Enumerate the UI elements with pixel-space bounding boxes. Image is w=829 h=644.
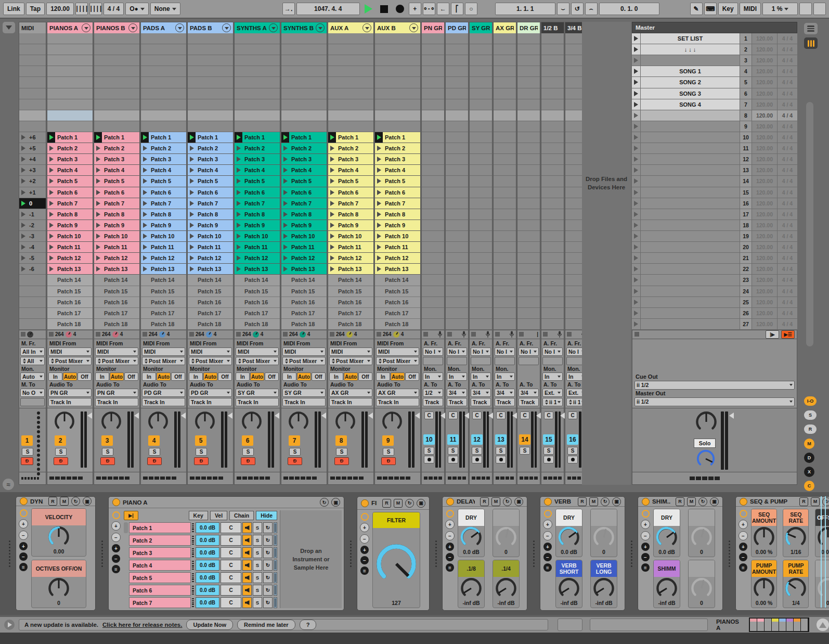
chain-row-4[interactable]: Patch 40.0 dBCS↻ <box>124 560 277 571</box>
empty-clip-slot[interactable] <box>541 132 564 143</box>
midi-to-select[interactable]: No O <box>20 389 45 397</box>
empty-clip-slot[interactable] <box>517 132 540 143</box>
clip-aux-b-7[interactable]: Patch 7 <box>375 198 420 209</box>
scene-time-signature[interactable]: 4 / 4 <box>778 253 797 263</box>
empty-clip-slot[interactable] <box>494 143 516 154</box>
macro-remove-icon[interactable]: − <box>360 534 369 544</box>
clip-pads-a-4[interactable]: Patch 4 <box>141 165 186 176</box>
empty-clip-slot[interactable] <box>541 154 564 165</box>
gray-clip-synths-a[interactable]: Patch 16 <box>235 297 280 308</box>
audio-to-select[interactable]: PN GR <box>48 389 92 397</box>
midi-map-button[interactable]: MIDI <box>740 3 761 15</box>
gray-clip-pianos-a[interactable]: Patch 14 <box>47 275 93 286</box>
clip-aux-b-6[interactable]: Patch 6 <box>375 187 420 198</box>
empty-clip-slot[interactable] <box>47 110 93 121</box>
clip-aux-a-11[interactable]: Patch 11 <box>328 242 373 253</box>
clip-play-icon[interactable] <box>281 242 289 252</box>
variation-add-icon[interactable]: + <box>641 543 650 551</box>
midi-channel-select[interactable]: Post Mixer <box>142 357 185 365</box>
monitor-off-button[interactable]: Off <box>218 372 232 381</box>
clip-play-icon[interactable] <box>328 220 336 230</box>
loop-button[interactable]: ↺ <box>571 3 584 15</box>
empty-clip-slot[interactable] <box>541 308 564 319</box>
empty-clip-slot[interactable] <box>19 319 46 330</box>
macro-map-button[interactable]: ▶| <box>124 511 138 520</box>
clip-play-icon[interactable] <box>235 231 242 241</box>
draw-mode-button[interactable]: ✎ <box>690 3 703 15</box>
empty-clip-slot[interactable] <box>375 44 420 55</box>
remind-later-button[interactable]: Remind me later <box>237 620 295 630</box>
empty-clip-slot[interactable] <box>470 121 492 132</box>
clip-stop-button[interactable] <box>96 332 100 337</box>
empty-clip-slot[interactable] <box>446 297 468 308</box>
midi-from-select[interactable]: MIDI <box>282 347 326 356</box>
empty-clip-slot[interactable] <box>517 308 540 319</box>
empty-clip-slot[interactable] <box>94 77 139 88</box>
track-header-pads-a[interactable]: PADS A <box>140 22 187 33</box>
key-map-button[interactable]: Key <box>718 3 738 15</box>
audio-to-select[interactable]: 1/2 <box>423 389 443 397</box>
scene-launch-button[interactable] <box>632 198 640 209</box>
device-activator[interactable] <box>112 498 120 506</box>
empty-clip-slot[interactable] <box>470 165 492 176</box>
clip-pads-a-10[interactable]: Patch 10 <box>141 231 186 242</box>
empty-clip-slot[interactable] <box>19 99 46 110</box>
volume-meter[interactable] <box>435 411 441 468</box>
clip-play-icon[interactable] <box>47 209 55 220</box>
empty-clip-slot[interactable] <box>141 55 186 66</box>
empty-clip-slot[interactable] <box>494 66 516 77</box>
empty-clip-slot[interactable] <box>281 44 327 55</box>
arm-button[interactable]: Đ <box>194 457 209 465</box>
clip-stop-button[interactable] <box>519 332 524 337</box>
monitor-select[interactable]: In <box>495 372 515 381</box>
macro-value[interactable]: 0.00 <box>54 548 64 556</box>
scene-row-19[interactable]: 19120.004 / 4 <box>632 231 797 242</box>
empty-clip-slot[interactable] <box>281 66 327 77</box>
macro-value[interactable]: 0.0 dB <box>658 549 675 557</box>
empty-clip-slot[interactable] <box>235 66 280 77</box>
clip-play-icon[interactable] <box>281 220 289 230</box>
device-header-piano-a[interactable]: PIANO A↻▣ <box>109 497 344 508</box>
empty-clip-slot[interactable] <box>188 33 233 44</box>
variation-remove-icon[interactable]: − <box>19 552 28 561</box>
chain-hot-swap-icon[interactable]: ↻ <box>263 547 273 558</box>
clip-pianos-b-12[interactable]: Patch 12 <box>94 253 139 264</box>
gray-clip-synths-a[interactable]: Patch 17 <box>235 308 280 319</box>
track-box[interactable]: Track <box>471 398 491 406</box>
empty-clip-slot[interactable] <box>141 121 186 132</box>
empty-clip-slot[interactable] <box>446 264 468 275</box>
midi-offset-slot[interactable]: -2 <box>19 220 46 231</box>
midi-offset-slot[interactable]: -4 <box>19 242 46 253</box>
chain-mute-button[interactable] <box>242 560 252 571</box>
play-button[interactable] <box>365 4 372 14</box>
empty-clip-slot[interactable] <box>422 66 444 77</box>
midi-channel-select[interactable]: Post Mixer <box>189 357 232 365</box>
empty-clip-slot[interactable] <box>281 99 327 110</box>
track-fold-button[interactable] <box>222 23 231 32</box>
chain-scrollbar[interactable] <box>124 522 128 533</box>
clip-synths-a-2[interactable]: Patch 2 <box>235 143 280 154</box>
empty-clip-slot[interactable] <box>47 121 93 132</box>
gray-clip-synths-b[interactable]: Patch 14 <box>281 275 327 286</box>
clip-synths-a-3[interactable]: Patch 3 <box>235 154 280 165</box>
monitor-in-button[interactable]: In <box>282 372 296 381</box>
scene-launch-button[interactable] <box>632 253 640 263</box>
arm-button[interactable]: Đ <box>54 457 68 465</box>
macro-value[interactable]: 0 <box>57 600 60 608</box>
gray-clip-aux-b[interactable]: Patch 18 <box>375 319 420 330</box>
device-drag-handle[interactable] <box>434 496 438 611</box>
mini-device-thumb[interactable] <box>750 619 757 631</box>
mini-device-thumb[interactable] <box>786 619 794 631</box>
empty-clip-slot[interactable] <box>446 99 468 110</box>
empty-clip-slot[interactable] <box>541 33 564 44</box>
device-drag-handle[interactable] <box>100 496 104 611</box>
clip-aux-b-2[interactable]: Patch 2 <box>375 143 420 154</box>
clip-aux-b-3[interactable]: Patch 3 <box>375 154 420 165</box>
clip-synths-b-12[interactable]: Patch 12 <box>281 253 327 264</box>
release-notes-link[interactable]: Click here for release notes. <box>102 622 182 628</box>
clip-play-icon[interactable] <box>188 209 196 220</box>
scene-tempo[interactable]: 120.00 <box>752 231 777 241</box>
clip-pads-b-5[interactable]: Patch 5 <box>188 176 233 187</box>
variation-add-icon[interactable]: + <box>739 543 747 551</box>
empty-clip-slot[interactable] <box>422 253 444 264</box>
